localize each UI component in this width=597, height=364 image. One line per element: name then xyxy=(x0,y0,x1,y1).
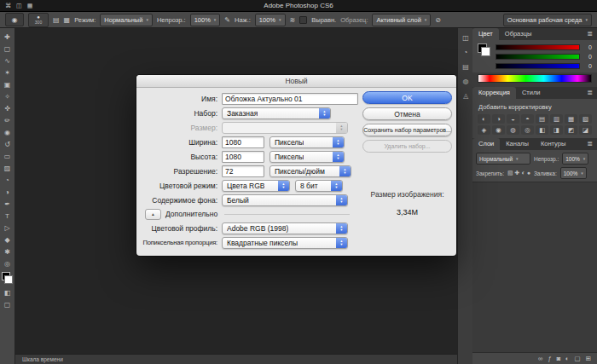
lock-icon[interactable]: ✚ xyxy=(515,170,520,176)
resolution-input[interactable] xyxy=(222,165,264,177)
adjustment-icon[interactable]: ▧ xyxy=(579,114,592,124)
new-layer-icon[interactable]: ⊞ xyxy=(586,355,591,362)
color-spectrum-ramp[interactable] xyxy=(478,74,592,83)
aligned-checkbox[interactable] xyxy=(299,16,307,24)
hand-tool[interactable]: ✱ xyxy=(0,246,14,257)
brush-panel-toggle-icon[interactable]: ▤ xyxy=(53,16,60,24)
mode-select[interactable]: Нормальный xyxy=(100,14,153,26)
tab-paths[interactable]: Контуры xyxy=(535,138,571,150)
adjustment-icon[interactable]: ◒ xyxy=(507,114,519,124)
blend-mode-select[interactable]: Нормальный xyxy=(476,153,530,165)
adjustment-icon[interactable]: ▦ xyxy=(565,114,577,124)
tool-preset-picker[interactable]: ◉ xyxy=(5,13,24,26)
clone-stamp-tool[interactable]: ◉ xyxy=(0,126,14,138)
collapsed-properties-panel-icon[interactable]: ◍ xyxy=(463,78,469,85)
bit-depth-select[interactable]: 8 бит xyxy=(295,180,343,192)
adjustment-icon[interactable]: ◎ xyxy=(521,125,534,135)
resolution-unit-select[interactable]: Пикселы/дюйм xyxy=(270,165,351,177)
gradient-tool[interactable]: ▨ xyxy=(0,162,14,174)
height-unit-select[interactable]: Пикселы xyxy=(270,151,345,163)
pen-tool[interactable]: ✒ xyxy=(0,198,14,210)
foreground-background-swatches[interactable] xyxy=(2,272,13,284)
lasso-tool[interactable]: ∿ xyxy=(0,55,14,66)
cancel-button[interactable]: Отмена xyxy=(362,107,452,120)
collapsed-history-panel-icon[interactable]: ◬ xyxy=(463,92,468,100)
tab-swatches[interactable]: Образцы xyxy=(499,28,538,40)
preset-select[interactable]: Заказная xyxy=(222,107,331,119)
blur-tool[interactable]: ◔ xyxy=(0,174,14,186)
sample-select[interactable]: Активный слой xyxy=(372,14,431,26)
brush-tool[interactable]: ✏ xyxy=(0,114,14,126)
adjustment-icon[interactable]: ◈ xyxy=(478,125,490,135)
adjustment-icon[interactable]: ◧ xyxy=(536,125,548,135)
tab-styles[interactable]: Стили xyxy=(516,87,547,99)
adjustment-layer-icon[interactable]: ◐ xyxy=(565,355,570,362)
eyedropper-tool[interactable]: ✧ xyxy=(0,90,14,102)
red-slider[interactable] xyxy=(496,44,580,50)
width-unit-select[interactable]: Пикселы xyxy=(270,136,345,148)
tab-layers[interactable]: Слои xyxy=(472,138,500,150)
sample-lock-icon[interactable]: ⊘ xyxy=(435,16,441,24)
link-layers-icon[interactable]: ∞ xyxy=(538,355,542,362)
quick-selection-tool[interactable]: ✶ xyxy=(0,66,14,78)
quick-mask-icon[interactable]: ◧ xyxy=(0,286,14,298)
layers-opacity-select[interactable]: 100% xyxy=(562,153,588,165)
adjustment-icon[interactable]: ▥ xyxy=(550,114,563,124)
height-input[interactable] xyxy=(222,151,264,163)
type-tool[interactable]: T xyxy=(0,210,14,222)
lock-icon[interactable]: ◐ xyxy=(521,170,525,176)
color-mode-select[interactable]: Цвета RGB xyxy=(222,180,290,192)
airbrush-icon[interactable]: ≋ xyxy=(290,16,296,24)
collapsed-histogram-panel-icon[interactable]: ◔ xyxy=(464,49,468,56)
window-controls-icon[interactable]: ◫ xyxy=(16,0,22,11)
panel-menu-icon[interactable] xyxy=(587,28,597,40)
layer-mask-icon[interactable]: ◙ xyxy=(557,355,561,362)
blue-slider[interactable] xyxy=(496,63,580,69)
path-select-tool[interactable]: ▷ xyxy=(0,222,14,234)
adjustment-icon[interactable]: ◑ xyxy=(492,114,505,124)
layer-style-icon[interactable]: ƒ xyxy=(548,355,551,362)
flow-select[interactable]: 100% xyxy=(255,14,286,26)
adjustment-icon[interactable]: ◐ xyxy=(478,114,490,124)
app-grid-icon[interactable]: ▦ xyxy=(27,0,33,11)
new-group-icon[interactable]: ▢ xyxy=(575,355,581,362)
background-select[interactable]: Белый xyxy=(222,194,348,206)
save-preset-button[interactable]: Сохранить набор параметров... xyxy=(362,124,452,136)
adjustment-icon[interactable]: ◓ xyxy=(521,114,534,124)
zoom-tool[interactable]: ◎ xyxy=(0,257,14,269)
marquee-tool[interactable]: ▢ xyxy=(0,43,14,55)
ok-button[interactable]: OK xyxy=(362,91,452,104)
crop-tool[interactable]: ▣ xyxy=(0,78,14,90)
panel-menu-icon[interactable] xyxy=(587,138,597,150)
brush-preset-picker[interactable]: ● 300 xyxy=(28,13,49,27)
move-tool[interactable]: ✚ xyxy=(0,31,14,43)
tab-channels[interactable]: Каналы xyxy=(500,138,535,150)
tab-adjustments[interactable]: Коррекция xyxy=(472,87,516,99)
width-input[interactable] xyxy=(222,136,264,148)
pixel-aspect-select[interactable]: Квадратные пикселы xyxy=(222,237,348,249)
fill-select[interactable]: 100% xyxy=(560,167,587,179)
panel-menu-icon[interactable] xyxy=(587,87,597,99)
adjustment-icon[interactable]: ◩ xyxy=(565,125,577,135)
color-panel-swatches[interactable] xyxy=(478,43,490,56)
apple-menu-icon[interactable]: ⌘ xyxy=(5,0,11,11)
background-color-swatch[interactable] xyxy=(4,275,13,284)
screen-mode-icon[interactable]: ▢ xyxy=(0,298,14,310)
workspace-select[interactable]: Основная рабочая среда xyxy=(503,14,592,26)
adjustment-icon[interactable]: ◍ xyxy=(507,125,519,135)
collapsed-navigator-panel-icon[interactable]: ◫ xyxy=(462,34,469,42)
advanced-disclosure-button[interactable] xyxy=(145,209,161,220)
lock-icon[interactable]: ● xyxy=(527,170,530,176)
pressure-opacity-icon[interactable]: ✎ xyxy=(224,16,230,24)
color-profile-select[interactable]: Adobe RGB (1998) xyxy=(222,222,348,234)
collapsed-info-panel-icon[interactable]: ▤ xyxy=(462,63,469,71)
healing-brush-tool[interactable]: ✜ xyxy=(0,102,14,114)
timeline-panel-tab[interactable]: Шкала времени xyxy=(15,354,464,364)
opacity-select[interactable]: 100% xyxy=(190,14,221,26)
shape-tool[interactable]: ◆ xyxy=(0,234,14,246)
tab-color[interactable]: Цвет xyxy=(472,28,499,40)
name-input[interactable] xyxy=(222,93,358,105)
lock-icon[interactable]: ▧ xyxy=(507,170,513,176)
history-brush-tool[interactable]: ↺ xyxy=(0,138,14,150)
adjustment-icon[interactable]: ◉ xyxy=(492,125,505,135)
